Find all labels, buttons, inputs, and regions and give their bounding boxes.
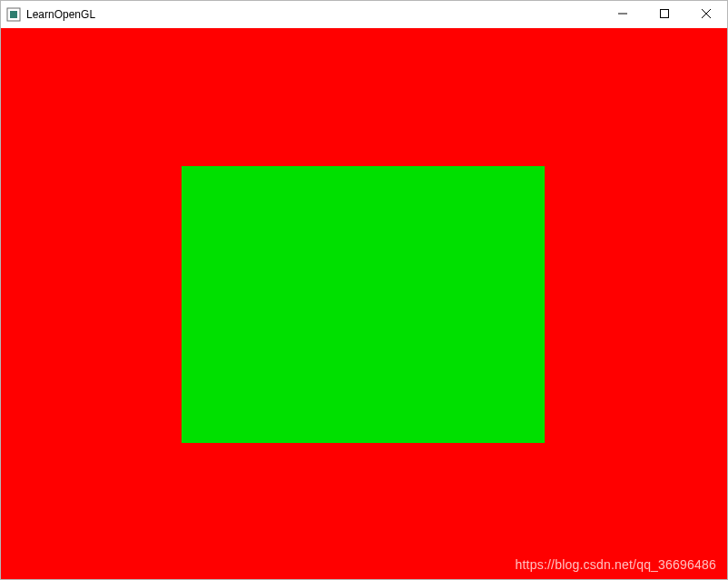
close-button[interactable] [685, 1, 727, 28]
svg-rect-3 [661, 10, 669, 18]
window-controls [602, 1, 727, 28]
minimize-icon [618, 9, 627, 20]
app-icon [6, 7, 21, 22]
maximize-icon [660, 9, 669, 20]
gl-rendered-rectangle [182, 166, 545, 443]
titlebar[interactable]: LearnOpenGL [1, 1, 727, 28]
client-area: https://blog.csdn.net/qq_36696486 [1, 28, 727, 579]
close-icon [702, 9, 711, 20]
opengl-canvas: https://blog.csdn.net/qq_36696486 [1, 28, 727, 579]
application-window: LearnOpenGL [0, 0, 728, 580]
window-title: LearnOpenGL [26, 8, 95, 21]
maximize-button[interactable] [644, 1, 685, 28]
minimize-button[interactable] [602, 1, 644, 28]
svg-rect-1 [10, 11, 17, 18]
